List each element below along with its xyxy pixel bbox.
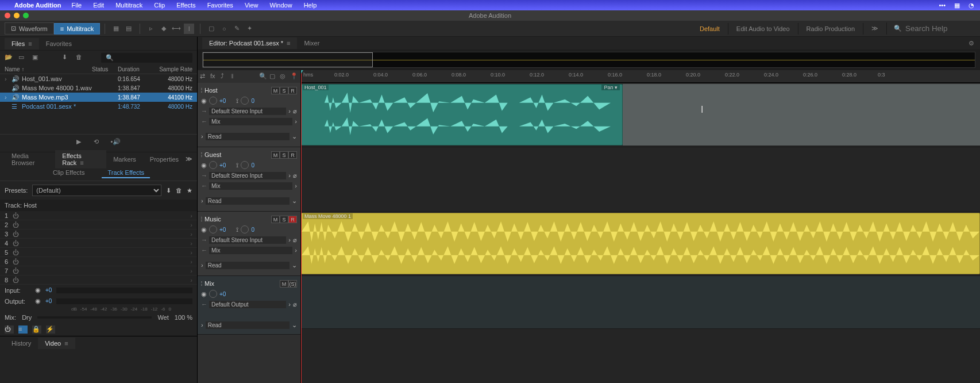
editor-tab[interactable]: Editor: Podcast 001.sesx *≡ bbox=[202, 37, 297, 49]
fx-slot[interactable]: 4⏻› bbox=[0, 239, 197, 248]
fx-slot[interactable]: 1⏻› bbox=[0, 211, 197, 220]
sync-icon[interactable]: ◔ bbox=[969, 2, 974, 9]
track-empty-area[interactable] bbox=[623, 84, 980, 145]
config-icon[interactable]: ⌀ bbox=[293, 172, 297, 179]
workspace-more-icon[interactable]: ≫ bbox=[863, 22, 887, 35]
fx-slot[interactable]: 2⏻› bbox=[0, 220, 197, 229]
toggle-sends-icon[interactable]: ⤴ bbox=[221, 72, 229, 81]
app-name[interactable]: Adobe Audition bbox=[14, 2, 61, 9]
time-ruler[interactable]: hms 0:02.0 0:04.0 0:06.0 0:08.0 0:10.0 0… bbox=[301, 70, 980, 83]
menu-view[interactable]: View bbox=[245, 2, 258, 9]
mute-button[interactable]: M bbox=[280, 280, 288, 288]
track-handle-icon[interactable]: ⦙ bbox=[201, 280, 202, 288]
config-icon[interactable]: ⌀ bbox=[293, 108, 297, 115]
track-output[interactable]: Mix bbox=[209, 247, 292, 254]
search-help[interactable]: 🔍 bbox=[887, 24, 975, 33]
window-controls[interactable] bbox=[5, 13, 29, 18]
marquee-tool-icon[interactable]: ▢ bbox=[206, 24, 217, 34]
mute-button[interactable]: M bbox=[271, 87, 280, 94]
time-select-tool-icon[interactable]: I bbox=[184, 24, 194, 34]
track-input[interactable]: Default Stereo Input bbox=[209, 236, 286, 244]
toggle-inputs-icon[interactable]: ⇄ bbox=[200, 72, 208, 81]
files-tab[interactable]: Files≡ bbox=[5, 38, 39, 49]
fx-power-toggle[interactable]: ⏻ bbox=[5, 325, 14, 334]
new-multitrack-icon[interactable]: ▣ bbox=[32, 53, 41, 63]
move-tool-icon[interactable]: ▹ bbox=[146, 24, 156, 34]
presets-select[interactable]: (Default) bbox=[32, 185, 161, 196]
favorites-tab[interactable]: Favorites bbox=[39, 38, 79, 49]
record-button[interactable]: R bbox=[288, 151, 297, 159]
track-header-guest[interactable]: ⦙GuestMSR ◉+0⟟0 →Default Stereo Input›⌀ … bbox=[198, 147, 300, 212]
volume-knob[interactable] bbox=[209, 161, 217, 169]
toggle-fx-icon[interactable]: fx bbox=[210, 72, 218, 81]
track-handle-icon[interactable]: ⦙ bbox=[201, 151, 202, 159]
automation-mode[interactable]: Read bbox=[206, 133, 290, 140]
fx-prefader-toggle[interactable]: ≡ bbox=[18, 325, 28, 334]
file-row[interactable]: 🔊Mass Move 48000 1.wav1:38.84748000 Hz bbox=[0, 83, 197, 93]
search-input[interactable] bbox=[905, 24, 969, 33]
track-lane-host[interactable]: Host_001 Pan ▾ I bbox=[301, 83, 980, 147]
panel-settings-icon[interactable]: ⚙ bbox=[969, 40, 974, 47]
automation-mode[interactable]: Read bbox=[206, 321, 290, 329]
add-track-icon[interactable]: ◎ bbox=[280, 72, 288, 81]
pan-knob[interactable] bbox=[241, 97, 249, 105]
track-input[interactable]: Default Stereo Input bbox=[209, 172, 286, 179]
automation-mode[interactable]: Read bbox=[206, 262, 290, 269]
col-rate[interactable]: Sample Rate bbox=[152, 66, 192, 72]
track-effects-tab[interactable]: Track Effects bbox=[102, 168, 150, 178]
panel-overflow-icon[interactable]: ≫ bbox=[186, 155, 192, 163]
record-button[interactable]: R bbox=[288, 216, 297, 223]
loop-button[interactable]: ⟲ bbox=[94, 138, 104, 148]
spectral-pitch-icon[interactable]: ▤ bbox=[124, 24, 134, 34]
overview-selection[interactable] bbox=[203, 52, 373, 67]
markers-tab[interactable]: Markers bbox=[106, 154, 143, 165]
track-output[interactable]: Mix bbox=[209, 118, 292, 125]
automation-mode[interactable]: Read bbox=[206, 197, 290, 205]
file-row[interactable]: ›🔊Mass Move.mp31:38.84744100 Hz bbox=[0, 93, 197, 102]
auto-play-button[interactable]: •🔊 bbox=[111, 138, 121, 148]
track-header-music[interactable]: ⦙MusicMSR ◉+0⟟0 →Default Stereo Input›⌀ … bbox=[198, 212, 300, 276]
insert-icon[interactable]: ⬇ bbox=[62, 53, 71, 63]
menu-effects[interactable]: Effects bbox=[176, 2, 195, 9]
menu-edit[interactable]: Edit bbox=[93, 2, 104, 9]
mixer-tab[interactable]: Mixer bbox=[297, 37, 326, 49]
healing-tool-icon[interactable]: ✦ bbox=[244, 24, 254, 34]
clip-host[interactable]: Host_001 Pan ▾ bbox=[301, 84, 623, 145]
track-lane-mix[interactable] bbox=[301, 276, 980, 329]
menu-favorites[interactable]: Favorites bbox=[207, 2, 233, 9]
mute-button[interactable]: M bbox=[271, 216, 280, 223]
col-duration[interactable]: Duration bbox=[118, 66, 152, 72]
clip-music[interactable]: Mass Move 48000 1 bbox=[301, 213, 980, 274]
track-lane-guest[interactable] bbox=[301, 147, 980, 212]
solo-button[interactable]: S bbox=[280, 151, 288, 159]
track-output[interactable]: Mix bbox=[209, 182, 292, 190]
solo-button[interactable]: S bbox=[280, 216, 288, 223]
timeline[interactable]: hms 0:02.0 0:04.0 0:06.0 0:08.0 0:10.0 0… bbox=[301, 70, 980, 383]
delete-icon[interactable]: 🗑 bbox=[76, 53, 85, 63]
track-header-host[interactable]: ⦙HostMSR ◉+0⟟0 →Default Stereo Input›⌀ ←… bbox=[198, 83, 300, 147]
save-preset-icon[interactable]: ⬇ bbox=[166, 187, 171, 194]
open-file-icon[interactable]: 📂 bbox=[5, 53, 14, 63]
fx-lock-toggle[interactable]: 🔒 bbox=[32, 325, 41, 334]
config-icon[interactable]: ⌀ bbox=[293, 236, 297, 244]
track-handle-icon[interactable]: ⦙ bbox=[201, 87, 202, 94]
solo-button[interactable]: S bbox=[280, 87, 288, 94]
zoom-icon[interactable]: ▢ bbox=[269, 72, 277, 81]
menu-help[interactable]: Help bbox=[304, 2, 317, 9]
menu-multitrack[interactable]: Multitrack bbox=[115, 2, 142, 9]
zoom-button[interactable] bbox=[23, 13, 29, 18]
mute-button[interactable]: M bbox=[271, 151, 280, 159]
razor-tool-icon[interactable]: ◆ bbox=[159, 24, 169, 34]
volume-knob[interactable] bbox=[209, 97, 217, 105]
clip-effects-tab[interactable]: Clip Effects bbox=[47, 168, 90, 178]
properties-tab[interactable]: Properties bbox=[143, 154, 186, 165]
solo-button[interactable]: (S) bbox=[288, 280, 297, 288]
workspace-default[interactable]: Default bbox=[692, 23, 728, 35]
cc-icon[interactable]: ▦ bbox=[954, 2, 960, 9]
record-icon[interactable]: ▭ bbox=[18, 53, 28, 63]
slip-tool-icon[interactable]: ⟷ bbox=[171, 24, 182, 34]
delete-preset-icon[interactable]: 🗑 bbox=[176, 187, 182, 194]
spectral-freq-icon[interactable]: ▦ bbox=[111, 24, 121, 34]
volume-knob[interactable] bbox=[209, 290, 217, 298]
menu-clip[interactable]: Clip bbox=[154, 2, 165, 9]
